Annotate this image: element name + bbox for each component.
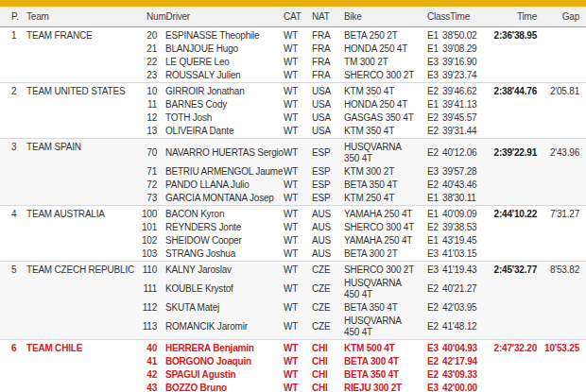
rider-nationality: FRA xyxy=(302,43,333,56)
rider-number: 111 xyxy=(138,277,157,301)
rider-number: 71 xyxy=(138,165,157,179)
results-table: P. Team NumDriver CAT NAT Bike ClassTime… xyxy=(0,7,586,392)
team-block: 6TEAM CHILE40HERRERA BenjaminWTCHIKTM 50… xyxy=(0,340,586,392)
team-block: 4TEAM AUSTRALIA100BACON KyronWTAUSYAMAHA… xyxy=(0,206,586,262)
rider-name: BORGONO Joaquin xyxy=(157,355,276,368)
rider-nationality: ESP xyxy=(302,192,333,206)
rider-name: ESPINASSE Theophile xyxy=(157,27,276,43)
rider-row: 6TEAM CHILE40HERRERA BenjaminWTCHIKTM 50… xyxy=(0,340,586,356)
rider-number: 43 xyxy=(138,382,157,392)
rider-class: E3 xyxy=(416,69,435,83)
header-team: Team xyxy=(21,7,138,27)
rider-name: LE QUERE Leo xyxy=(157,56,276,69)
rider-number: 11 xyxy=(138,98,157,111)
rider-name: BLANJOUE Hugo xyxy=(157,43,276,56)
rider-bike: RIEJU 300 2T xyxy=(333,382,416,392)
rider-number: 22 xyxy=(138,56,157,69)
rider-name: GARCIA MONTANA Josep xyxy=(157,192,276,206)
rider-nationality: AUS xyxy=(302,221,333,234)
rider-category: WT xyxy=(276,301,302,315)
rider-class: E1 xyxy=(416,234,435,247)
rider-bike: BETA 350 4T xyxy=(333,301,416,315)
rider-time: 39'45.57 xyxy=(435,111,484,125)
rider-row: 3TEAM SPAIN70NAVARRO HUERTAS SergioWTESP… xyxy=(0,139,586,166)
rider-category: WT xyxy=(276,98,302,111)
team-name: TEAM CZECH REPUBLIC xyxy=(21,262,138,340)
rider-name: HERRERA Benjamin xyxy=(157,340,276,356)
rider-time: 38'30.11 xyxy=(435,192,484,206)
rider-bike: TM 300 2T xyxy=(333,56,416,69)
rider-time: 41'48.12 xyxy=(435,315,484,340)
rider-nationality: CHI xyxy=(302,340,333,356)
rider-category: WT xyxy=(276,277,302,301)
team-total-time: 2:39'22.91 xyxy=(484,139,539,206)
rider-class: E3 xyxy=(416,56,435,69)
rider-time: 39'31.44 xyxy=(435,125,484,139)
team-total-time: 2:38'44.76 xyxy=(484,83,539,139)
rider-class: E3 xyxy=(416,165,435,179)
rider-nationality: CHI xyxy=(302,355,333,368)
rider-category: WT xyxy=(276,315,302,340)
rider-category: WT xyxy=(276,69,302,83)
rider-time: 41'03.15 xyxy=(435,247,484,262)
rider-bike: KTM 250 4T xyxy=(333,192,416,206)
rider-name: STRANG Joshua xyxy=(157,247,276,262)
rider-name: BARNES Cody xyxy=(157,98,276,111)
rider-class: E2 xyxy=(416,139,435,166)
rider-name: SHEIDOW Cooper xyxy=(157,234,276,247)
rider-bike: HUSQVARNA450 4T xyxy=(333,315,416,340)
rider-class: E2 xyxy=(416,355,435,368)
rider-nationality: CZE xyxy=(302,277,333,301)
rider-class: E2 xyxy=(416,368,435,382)
rider-class: E2 xyxy=(416,221,435,234)
team-total-time: 2:47'32.20 xyxy=(484,340,539,392)
rider-number: 20 xyxy=(138,27,157,43)
rider-bike: HUSQVARNA350 4T xyxy=(333,139,416,166)
rider-bike: BETA 300 4T xyxy=(333,355,416,368)
rider-category: WT xyxy=(276,111,302,125)
rider-name: ROUSSALY Julien xyxy=(157,69,276,83)
rider-category: WT xyxy=(276,206,302,222)
rider-nationality: ESP xyxy=(302,179,333,192)
rider-category: WT xyxy=(276,382,302,392)
rider-class: E2 xyxy=(416,277,435,301)
rider-row: 5TEAM CZECH REPUBLIC110KALNY JaroslavWTC… xyxy=(0,262,586,278)
rider-time: 40'09.09 xyxy=(435,206,484,222)
rider-class: E3 xyxy=(416,382,435,392)
position-cell: 3 xyxy=(0,139,21,206)
rider-row: 2TEAM UNITED STATES10GIRROIR JonathanWTU… xyxy=(0,83,586,99)
rider-nationality: ESP xyxy=(302,139,333,166)
rider-time: 38'50.02 xyxy=(435,27,484,43)
header-num-driver: NumDriver xyxy=(138,7,276,27)
rider-number: 72 xyxy=(138,179,157,192)
team-name: TEAM CHILE xyxy=(21,340,138,392)
team-block: 5TEAM CZECH REPUBLIC110KALNY JaroslavWTC… xyxy=(0,262,586,340)
rider-time: 39'38.53 xyxy=(435,221,484,234)
rider-row: 4TEAM AUSTRALIA100BACON KyronWTAUSYAMAHA… xyxy=(0,206,586,222)
rider-bike: SHERCO 300 4T xyxy=(333,221,416,234)
rider-number: 103 xyxy=(138,247,157,262)
rider-nationality: FRA xyxy=(302,56,333,69)
rider-name: REYNDERS Jonte xyxy=(157,221,276,234)
table-header: P. Team NumDriver CAT NAT Bike ClassTime… xyxy=(0,7,586,27)
rider-name: NAVARRO HUERTAS Sergio xyxy=(157,139,276,166)
rider-number: 112 xyxy=(138,301,157,315)
rider-class: E2 xyxy=(416,179,435,192)
rider-number: 42 xyxy=(138,368,157,382)
rider-row: 1TEAM FRANCE20ESPINASSE TheophileWTFRABE… xyxy=(0,27,586,43)
rider-class: E1 xyxy=(416,192,435,206)
rider-category: WT xyxy=(276,368,302,382)
rider-nationality: CHI xyxy=(302,382,333,392)
rider-time: 42'03.95 xyxy=(435,301,484,315)
rider-category: WT xyxy=(276,179,302,192)
rider-time: 39'23.74 xyxy=(435,69,484,83)
team-gap: 2'43.96 xyxy=(539,139,586,206)
rider-nationality: FRA xyxy=(302,27,333,43)
rider-time: 40'12.06 xyxy=(435,139,484,166)
rider-name: ROMANCIK Jaromir xyxy=(157,315,276,340)
rider-category: WT xyxy=(276,43,302,56)
rider-name: PANDO LLANA Julio xyxy=(157,179,276,192)
rider-bike: BETA 350 4T xyxy=(333,368,416,382)
rider-number: 40 xyxy=(138,340,157,356)
rider-bike: HONDA 250 4T xyxy=(333,43,416,56)
